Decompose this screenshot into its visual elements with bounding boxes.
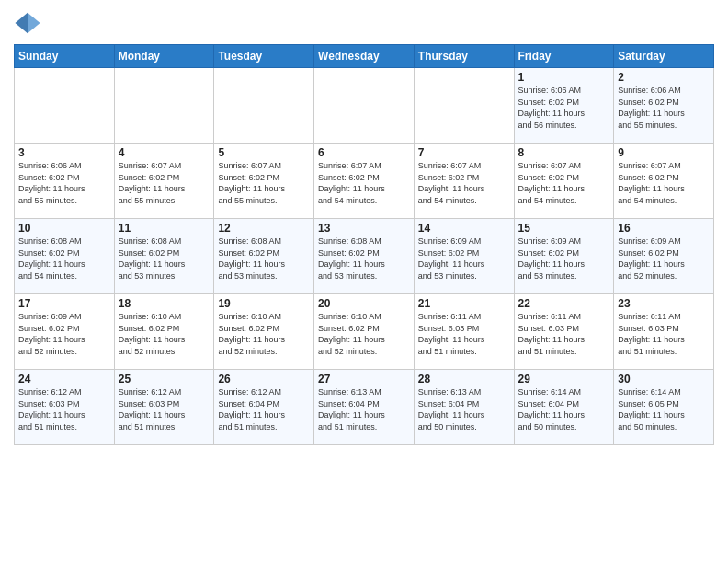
day-number: 11 [119, 222, 210, 235]
day-cell: 6Sunrise: 6:07 AM Sunset: 6:02 PM Daylig… [314, 144, 415, 219]
day-cell: 23Sunrise: 6:11 AM Sunset: 6:03 PM Dayli… [614, 294, 714, 370]
calendar-table: SundayMondayTuesdayWednesdayThursdayFrid… [14, 44, 714, 445]
day-info: Sunrise: 6:07 AM Sunset: 6:02 PM Dayligh… [518, 160, 610, 206]
day-cell: 15Sunrise: 6:09 AM Sunset: 6:02 PM Dayli… [514, 219, 614, 294]
calendar-body: 1Sunrise: 6:06 AM Sunset: 6:02 PM Daylig… [15, 68, 714, 445]
day-info: Sunrise: 6:14 AM Sunset: 6:04 PM Dayligh… [518, 386, 610, 432]
day-number: 8 [518, 146, 610, 159]
day-number: 9 [618, 146, 710, 159]
day-info: Sunrise: 6:07 AM Sunset: 6:02 PM Dayligh… [318, 160, 410, 206]
day-info: Sunrise: 6:13 AM Sunset: 6:04 PM Dayligh… [318, 386, 410, 432]
day-number: 20 [318, 297, 410, 310]
day-number: 21 [418, 297, 510, 310]
day-number: 1 [518, 71, 610, 84]
day-info: Sunrise: 6:11 AM Sunset: 6:03 PM Dayligh… [618, 311, 710, 357]
day-info: Sunrise: 6:08 AM Sunset: 6:02 PM Dayligh… [218, 236, 310, 282]
day-cell: 22Sunrise: 6:11 AM Sunset: 6:03 PM Dayli… [514, 294, 614, 370]
day-cell: 21Sunrise: 6:11 AM Sunset: 6:03 PM Dayli… [414, 294, 514, 370]
day-cell: 11Sunrise: 6:08 AM Sunset: 6:02 PM Dayli… [114, 219, 214, 294]
day-number: 27 [318, 373, 410, 385]
day-number: 7 [418, 146, 510, 159]
calendar-page: SundayMondayTuesdayWednesdayThursdayFrid… [0, 0, 728, 563]
week-row-3: 17Sunrise: 6:09 AM Sunset: 6:02 PM Dayli… [15, 294, 714, 370]
day-info: Sunrise: 6:07 AM Sunset: 6:02 PM Dayligh… [618, 160, 710, 206]
day-number: 22 [518, 297, 610, 310]
day-info: Sunrise: 6:06 AM Sunset: 6:02 PM Dayligh… [618, 85, 710, 131]
day-info: Sunrise: 6:10 AM Sunset: 6:02 PM Dayligh… [119, 311, 210, 357]
header [14, 9, 714, 37]
day-number: 14 [418, 222, 510, 235]
svg-marker-2 [16, 13, 28, 34]
day-cell: 18Sunrise: 6:10 AM Sunset: 6:02 PM Dayli… [114, 294, 214, 370]
day-cell: 25Sunrise: 6:12 AM Sunset: 6:03 PM Dayli… [114, 370, 214, 445]
day-info: Sunrise: 6:07 AM Sunset: 6:02 PM Dayligh… [218, 160, 310, 206]
day-info: Sunrise: 6:06 AM Sunset: 6:02 PM Dayligh… [18, 160, 110, 206]
weekday-monday: Monday [114, 45, 214, 68]
day-cell: 2Sunrise: 6:06 AM Sunset: 6:02 PM Daylig… [614, 68, 714, 144]
weekday-friday: Friday [514, 45, 614, 68]
day-cell: 13Sunrise: 6:08 AM Sunset: 6:02 PM Dayli… [314, 219, 415, 294]
day-cell [314, 68, 415, 144]
day-number: 10 [18, 222, 110, 235]
day-number: 25 [119, 373, 210, 385]
day-cell: 17Sunrise: 6:09 AM Sunset: 6:02 PM Dayli… [15, 294, 115, 370]
week-row-1: 3Sunrise: 6:06 AM Sunset: 6:02 PM Daylig… [15, 144, 714, 219]
day-info: Sunrise: 6:07 AM Sunset: 6:02 PM Dayligh… [119, 160, 210, 206]
weekday-wednesday: Wednesday [314, 45, 415, 68]
weekday-sunday: Sunday [15, 45, 115, 68]
day-cell: 12Sunrise: 6:08 AM Sunset: 6:02 PM Dayli… [214, 219, 314, 294]
day-cell: 16Sunrise: 6:09 AM Sunset: 6:02 PM Dayli… [614, 219, 714, 294]
day-info: Sunrise: 6:09 AM Sunset: 6:02 PM Dayligh… [418, 236, 510, 282]
day-info: Sunrise: 6:09 AM Sunset: 6:02 PM Dayligh… [518, 236, 610, 282]
day-number: 13 [318, 222, 410, 235]
day-info: Sunrise: 6:14 AM Sunset: 6:05 PM Dayligh… [618, 386, 710, 432]
weekday-tuesday: Tuesday [214, 45, 314, 68]
day-info: Sunrise: 6:11 AM Sunset: 6:03 PM Dayligh… [418, 311, 510, 357]
calendar-header: SundayMondayTuesdayWednesdayThursdayFrid… [15, 45, 714, 68]
week-row-0: 1Sunrise: 6:06 AM Sunset: 6:02 PM Daylig… [15, 68, 714, 144]
day-cell: 24Sunrise: 6:12 AM Sunset: 6:03 PM Dayli… [15, 370, 115, 445]
day-info: Sunrise: 6:08 AM Sunset: 6:02 PM Dayligh… [18, 236, 110, 282]
day-number: 3 [18, 146, 110, 159]
day-info: Sunrise: 6:06 AM Sunset: 6:02 PM Dayligh… [518, 85, 610, 131]
day-number: 26 [218, 373, 310, 385]
day-number: 23 [618, 297, 710, 310]
day-info: Sunrise: 6:10 AM Sunset: 6:02 PM Dayligh… [218, 311, 310, 357]
logo [14, 9, 45, 37]
day-info: Sunrise: 6:12 AM Sunset: 6:04 PM Dayligh… [218, 386, 310, 432]
day-info: Sunrise: 6:09 AM Sunset: 6:02 PM Dayligh… [18, 311, 110, 357]
day-number: 18 [119, 297, 210, 310]
day-cell: 1Sunrise: 6:06 AM Sunset: 6:02 PM Daylig… [514, 68, 614, 144]
day-number: 15 [518, 222, 610, 235]
day-cell: 29Sunrise: 6:14 AM Sunset: 6:04 PM Dayli… [514, 370, 614, 445]
day-cell: 5Sunrise: 6:07 AM Sunset: 6:02 PM Daylig… [214, 144, 314, 219]
day-number: 5 [218, 146, 310, 159]
day-info: Sunrise: 6:12 AM Sunset: 6:03 PM Dayligh… [18, 386, 110, 432]
day-info: Sunrise: 6:08 AM Sunset: 6:02 PM Dayligh… [119, 236, 210, 282]
day-cell: 26Sunrise: 6:12 AM Sunset: 6:04 PM Dayli… [214, 370, 314, 445]
day-info: Sunrise: 6:12 AM Sunset: 6:03 PM Dayligh… [119, 386, 210, 432]
day-info: Sunrise: 6:08 AM Sunset: 6:02 PM Dayligh… [318, 236, 410, 282]
weekday-saturday: Saturday [614, 45, 714, 68]
day-cell: 7Sunrise: 6:07 AM Sunset: 6:02 PM Daylig… [414, 144, 514, 219]
day-info: Sunrise: 6:11 AM Sunset: 6:03 PM Dayligh… [518, 311, 610, 357]
weekday-thursday: Thursday [414, 45, 514, 68]
day-number: 17 [18, 297, 110, 310]
day-cell: 4Sunrise: 6:07 AM Sunset: 6:02 PM Daylig… [114, 144, 214, 219]
day-info: Sunrise: 6:13 AM Sunset: 6:04 PM Dayligh… [418, 386, 510, 432]
weekday-header-row: SundayMondayTuesdayWednesdayThursdayFrid… [15, 45, 714, 68]
day-number: 2 [618, 71, 710, 84]
day-number: 4 [119, 146, 210, 159]
day-number: 16 [618, 222, 710, 235]
day-cell [15, 68, 115, 144]
day-number: 6 [318, 146, 410, 159]
day-info: Sunrise: 6:09 AM Sunset: 6:02 PM Dayligh… [618, 236, 710, 282]
day-cell: 8Sunrise: 6:07 AM Sunset: 6:02 PM Daylig… [514, 144, 614, 219]
week-row-2: 10Sunrise: 6:08 AM Sunset: 6:02 PM Dayli… [15, 219, 714, 294]
day-cell: 10Sunrise: 6:08 AM Sunset: 6:02 PM Dayli… [15, 219, 115, 294]
day-cell: 9Sunrise: 6:07 AM Sunset: 6:02 PM Daylig… [614, 144, 714, 219]
day-cell [414, 68, 514, 144]
week-row-4: 24Sunrise: 6:12 AM Sunset: 6:03 PM Dayli… [15, 370, 714, 445]
day-cell: 28Sunrise: 6:13 AM Sunset: 6:04 PM Dayli… [414, 370, 514, 445]
day-number: 19 [218, 297, 310, 310]
